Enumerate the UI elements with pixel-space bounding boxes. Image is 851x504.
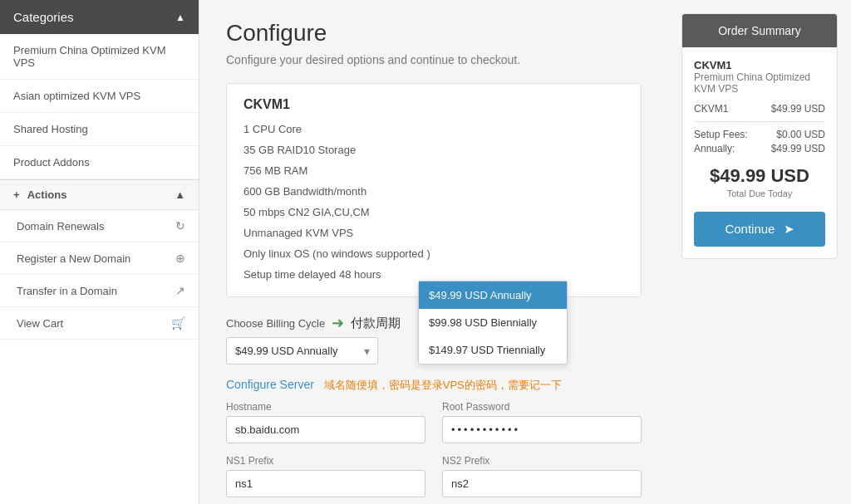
summary-total-label: Total Due Today — [694, 188, 825, 198]
spec-cpu: 1 CPU Core — [243, 120, 624, 138]
root-password-input[interactable] — [442, 416, 642, 443]
sidebar-item-domain-renewals[interactable]: Domain Renewals ↻ — [0, 210, 199, 242]
summary-total-box: $49.99 USD Total Due Today — [694, 157, 825, 202]
chevron-up-icon-actions: ▲ — [175, 188, 185, 201]
summary-annually-line: Annually: $49.99 USD — [694, 143, 825, 154]
sidebar-item-view-cart[interactable]: View Cart 🛒 — [0, 307, 199, 340]
ns2-label: NS2 Prefix — [442, 455, 642, 467]
summary-setup-value: $0.00 USD — [776, 129, 825, 140]
sidebar-item-product-addons[interactable]: Product Addons — [0, 146, 199, 179]
plus-icon: + — [13, 188, 20, 201]
summary-setup-fees: Setup Fees: $0.00 USD — [694, 129, 825, 140]
billing-annotation: 付款周期 — [351, 316, 401, 331]
ns2-input[interactable] — [442, 470, 642, 497]
sidebar-item-premium-kvm[interactable]: Premium China Optimized KVM VPS — [0, 34, 199, 80]
configure-server-section: Configure Server 域名随便填，密码是登录VPS的密码，需要记一下… — [226, 378, 642, 504]
ns-prefix-row: NS1 Prefix NS2 Prefix — [226, 455, 642, 497]
summary-body: CKVM1 Premium China Optimized KVM VPS CK… — [682, 47, 837, 258]
transfer-icon: ↗ — [175, 284, 185, 297]
sidebar-categories-header[interactable]: Categories ▲ — [0, 0, 199, 34]
sidebar-item-shared-hosting[interactable]: Shared Hosting — [0, 113, 199, 146]
hostname-group: Hostname — [226, 401, 426, 443]
root-password-label: Root Password — [442, 401, 642, 413]
summary-total-amount: $49.99 USD — [694, 165, 825, 187]
hostname-password-row: Hostname Root Password — [226, 401, 642, 443]
spec-storage: 35 GB RAID10 Storage — [243, 141, 624, 159]
dropdown-item-triennially[interactable]: $149.97 USD Triennially — [419, 336, 567, 364]
arrow-icon: ➤ — [784, 222, 794, 236]
continue-button[interactable]: Continue ➤ — [694, 212, 825, 247]
configure-annotation: 域名随便填，密码是登录VPS的密码，需要记一下 — [324, 379, 562, 391]
cart-icon: 🛒 — [171, 316, 185, 330]
product-info-box: CKVM1 1 CPU Core 35 GB RAID10 Storage 75… — [226, 83, 642, 297]
summary-header: Order Summary — [682, 14, 837, 47]
ns1-input[interactable] — [226, 470, 426, 497]
billing-dropdown-open[interactable]: $49.99 USD Annually $99.98 USD Bienniall… — [418, 281, 568, 365]
billing-arrow-icon: ➜ — [332, 314, 344, 332]
spec-ram: 756 MB RAM — [243, 162, 624, 179]
hostname-label: Hostname — [226, 401, 426, 413]
ns1-prefix-group: NS1 Prefix — [226, 455, 426, 497]
spec-speed: 50 mbps CN2 GIA,CU,CM — [243, 203, 624, 221]
ns2-prefix-group: NS2 Prefix — [442, 455, 642, 497]
summary-annually-value: $49.99 USD — [771, 143, 825, 154]
page-title: Configure — [226, 20, 642, 46]
summary-divider — [694, 121, 825, 122]
sidebar-categories-label: Categories — [13, 10, 74, 24]
summary-ckvm1-label: CKVM1 — [694, 103, 728, 115]
spec-bandwidth: 600 GB Bandwidth/month — [243, 183, 624, 200]
hostname-input[interactable] — [226, 416, 426, 443]
refresh-icon: ↻ — [175, 219, 185, 232]
dropdown-item-biennially[interactable]: $99.98 USD Biennially — [419, 309, 567, 336]
summary-box: Order Summary CKVM1 Premium China Optimi… — [681, 13, 838, 259]
product-name: CKVM1 — [243, 97, 624, 112]
spec-os: Only linux OS (no windows supported ) — [243, 245, 624, 262]
sidebar-item-transfer-domain[interactable]: Transfer in a Domain ↗ — [0, 275, 199, 307]
dropdown-item-annually[interactable]: $49.99 USD Annually — [419, 281, 567, 309]
sidebar-actions-header[interactable]: + Actions ▲ — [0, 179, 199, 210]
product-specs: 1 CPU Core 35 GB RAID10 Storage 756 MB R… — [243, 120, 624, 283]
billing-select[interactable]: $49.99 USD Annually $99.98 USD Bienniall… — [226, 337, 378, 365]
chevron-up-icon: ▲ — [175, 12, 185, 23]
summary-ckvm1-line: CKVM1 $49.99 USD — [694, 103, 825, 115]
sidebar-actions-label: + Actions — [13, 188, 66, 201]
ns1-label: NS1 Prefix — [226, 455, 426, 467]
globe-icon: ⊕ — [175, 252, 185, 265]
summary-product-name: CKVM1 — [694, 59, 825, 71]
summary-ckvm1-value: $49.99 USD — [771, 103, 825, 115]
order-summary-panel: Order Summary CKVM1 Premium China Optimi… — [668, 0, 851, 504]
summary-setup-label: Setup Fees: — [694, 129, 748, 140]
sidebar: Categories ▲ Premium China Optimized KVM… — [0, 0, 199, 504]
page-subtitle: Configure your desired options and conti… — [226, 53, 642, 66]
root-password-group: Root Password — [442, 401, 642, 443]
configure-server-label: Configure Server — [226, 378, 314, 391]
sidebar-item-asian-kvm[interactable]: Asian optimized KVM VPS — [0, 80, 199, 113]
billing-cycle-label: Choose Billing Cycle — [226, 317, 325, 330]
summary-annually-label: Annually: — [694, 143, 735, 154]
billing-select-wrapper[interactable]: $49.99 USD Annually $99.98 USD Bienniall… — [226, 337, 378, 365]
spec-type: Unmanaged KVM VPS — [243, 224, 624, 242]
sidebar-item-register-domain[interactable]: Register a New Domain ⊕ — [0, 242, 199, 275]
main-content: Configure Configure your desired options… — [199, 0, 668, 504]
summary-product-sub: Premium China Optimized KVM VPS — [694, 71, 825, 95]
